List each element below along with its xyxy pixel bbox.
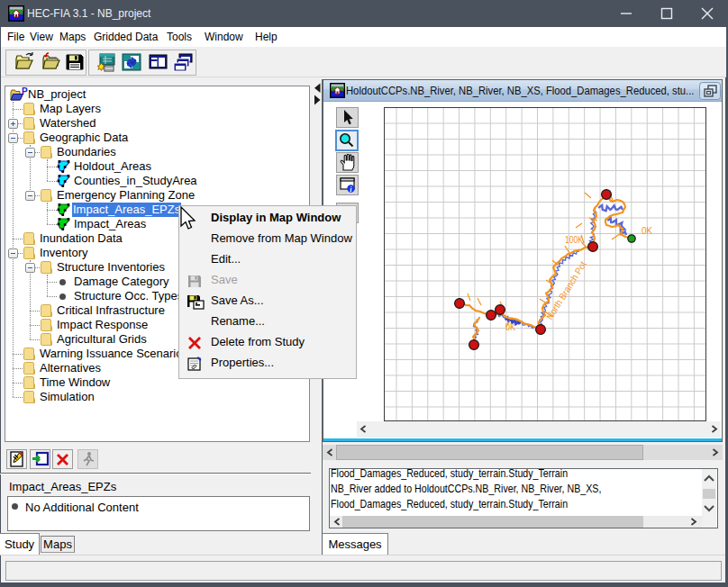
- svg-text:0K: 0K: [642, 225, 652, 236]
- svg-text:0K: 0K: [505, 321, 515, 332]
- svg-text:100K: 100K: [565, 234, 583, 245]
